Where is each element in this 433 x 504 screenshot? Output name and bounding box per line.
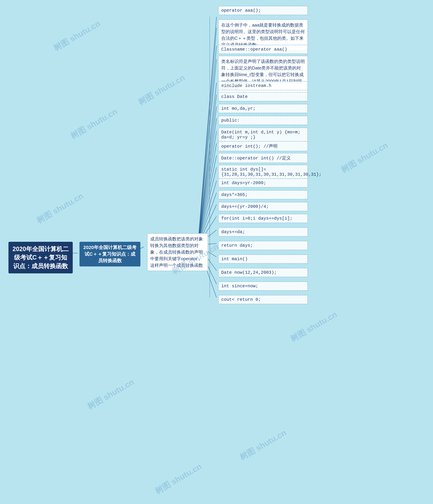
- code-static-int: static int dys[]={31,28,31,30,31,30,31,3…: [218, 165, 308, 179]
- watermark: 树图 shutu.cn: [35, 190, 85, 226]
- code-public: public:: [218, 116, 308, 125]
- svg-line-10: [198, 131, 217, 245]
- svg-line-12: [198, 155, 217, 245]
- code-int-since: int since=now;: [218, 281, 308, 291]
- code-date-now: Date now(12,24,2003);: [218, 268, 308, 277]
- code-operator-int-def: Date::operator int() //定义: [218, 153, 308, 163]
- code-cout: cout< return 0;: [218, 295, 308, 304]
- code-for: for(int i=0;i days+=dys[i];: [218, 214, 308, 223]
- code-classname-operator: Classname::operator aaa(): [218, 45, 308, 54]
- watermark: 树图 shutu.cn: [153, 461, 204, 496]
- watermark: 树图 shutu.cn: [339, 140, 390, 175]
- svg-line-9: [198, 118, 217, 245]
- l2-node: 2020年全国计算机二级考试C＋＋复习知识点：成员转换函数: [80, 242, 140, 266]
- code-operator-aaa: operator aaa();: [218, 6, 308, 15]
- svg-line-7: [198, 95, 217, 245]
- svg-line-2: [198, 17, 217, 245]
- code-int-mo: int mo,da,yr;: [218, 104, 308, 113]
- l3-desc-node: 成员转换函数把该类的对象转换为其他数据类型的对象，在成员转换函数的声明中要用到关…: [147, 233, 208, 271]
- root-node: 2020年全国计算机二级考试C＋＋复习知识点：成员转换函数: [9, 242, 73, 273]
- svg-line-3: [198, 28, 217, 245]
- code-days-yr: days+=(yr-2000)/4;: [218, 202, 308, 211]
- svg-line-11: [198, 143, 217, 245]
- code-operator-int-decl: operator int(); //声明: [218, 141, 308, 151]
- svg-line-4: [198, 46, 217, 245]
- watermark: 树图 shutu.cn: [238, 427, 288, 463]
- code-int-main: int main(): [218, 254, 308, 264]
- code-return-days: return days;: [218, 241, 308, 250]
- code-days-365: days*=365;: [218, 190, 308, 199]
- code-days-da: days+=da;: [218, 227, 308, 236]
- code-class-date: class Date: [218, 92, 308, 101]
- watermark: 树图 shutu.cn: [85, 377, 136, 412]
- watermark: 树图 shutu.cn: [136, 72, 187, 108]
- watermark: 树图 shutu.cn: [288, 309, 339, 344]
- watermark: 树图 shutu.cn: [52, 18, 102, 54]
- code-date-constructor: Date(int m,int d,int y) {mo=m; da=d; yr=…: [218, 128, 308, 142]
- mindmap-container: 树图 shutu.cn 树图 shutu.cn 树图 shutu.cn 树图 s…: [0, 0, 433, 504]
- svg-line-8: [198, 107, 217, 245]
- watermark: 树图 shutu.cn: [68, 106, 119, 142]
- svg-line-5: [198, 59, 217, 245]
- svg-line-6: [198, 83, 217, 245]
- code-int-days: int days=yr-2000;: [218, 178, 308, 188]
- code-include: #include iostream.h: [218, 81, 308, 90]
